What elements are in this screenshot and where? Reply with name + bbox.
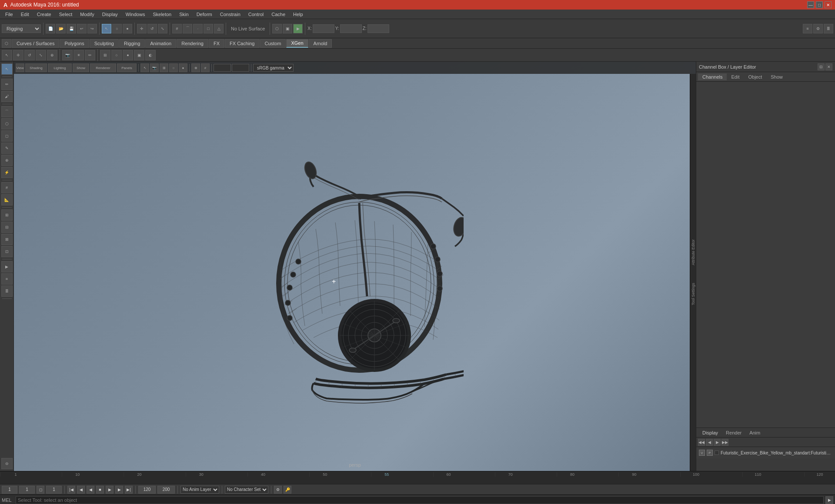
tab-xgen[interactable]: XGen xyxy=(286,39,308,48)
tool-display-mode-2[interactable]: ⊟ xyxy=(1,222,13,233)
menu-control[interactable]: Control xyxy=(245,11,267,18)
vp-select-mode[interactable]: ↖ xyxy=(140,63,149,72)
tool-settings-toggle[interactable]: ⚙ xyxy=(813,24,823,33)
tool-snap[interactable]: # xyxy=(1,182,13,193)
range-end-input2[interactable] xyxy=(157,486,175,494)
new-file-button[interactable]: 📄 xyxy=(46,24,55,33)
lasso-select-button[interactable]: ○ xyxy=(112,24,122,33)
tab-custom[interactable]: Custom xyxy=(260,39,286,48)
tool-bottom[interactable]: ⊖ xyxy=(1,458,13,469)
ch-tab-show[interactable]: Show xyxy=(766,73,787,80)
vp-renderer-menu[interactable]: Renderer xyxy=(90,63,116,72)
vp-panels-menu[interactable]: Panels xyxy=(117,63,137,72)
menu-deform[interactable]: Deform xyxy=(193,11,216,18)
ch-tab-channels[interactable]: Channels xyxy=(698,73,727,80)
minimize-button[interactable]: — xyxy=(807,1,814,8)
layer-visibility-btn[interactable]: V xyxy=(699,450,705,456)
tab-sculpting[interactable]: Sculpting xyxy=(90,39,119,48)
menu-edit[interactable]: Edit xyxy=(17,11,33,18)
right-panel-dock-btn[interactable]: ⊟ xyxy=(818,63,825,70)
tool-select[interactable]: ↖ xyxy=(1,63,13,75)
menu-help[interactable]: Help xyxy=(290,11,307,18)
save-file-button[interactable]: 💾 xyxy=(67,24,76,33)
tool-display-mode-1[interactable]: ⊞ xyxy=(1,209,13,221)
shelf-paint[interactable]: ✏ xyxy=(85,50,95,60)
render-region-button[interactable]: ▣ xyxy=(283,24,292,33)
maximize-button[interactable]: □ xyxy=(816,1,823,8)
vp-grid-btn[interactable]: # xyxy=(201,63,210,72)
render-options-button[interactable]: ⬡ xyxy=(272,24,282,33)
tool-misc-2[interactable]: ≣ xyxy=(1,285,13,297)
paint-select-button[interactable]: ● xyxy=(123,24,132,33)
frame-start-input[interactable] xyxy=(2,486,17,494)
attr-editor-toggle[interactable]: ≡ xyxy=(803,24,812,33)
shelf-smooth[interactable]: ○ xyxy=(111,50,122,60)
y-input[interactable] xyxy=(340,24,362,33)
snap-grid-button[interactable]: # xyxy=(172,24,182,33)
vp-lighting-menu[interactable]: Lighting xyxy=(48,63,72,72)
menu-windows[interactable]: Windows xyxy=(122,11,149,18)
tab-curves-surfaces[interactable]: Curves / Surfaces xyxy=(12,39,59,48)
right-panel-close-btn[interactable]: ✕ xyxy=(825,63,832,70)
tab-polygons[interactable]: Polygons xyxy=(60,39,89,48)
range-end-input1[interactable] xyxy=(138,486,156,494)
autokey-btn[interactable]: 🔑 xyxy=(284,486,291,494)
l-tab-anim[interactable]: Anim xyxy=(746,429,764,436)
vp-shading-menu[interactable]: Shading xyxy=(25,63,47,72)
vp-gamma-select[interactable]: sRGB gamma xyxy=(253,64,294,72)
redo-button[interactable]: ↪ xyxy=(87,24,97,33)
snap-live-button[interactable]: △ xyxy=(214,24,224,33)
menu-create[interactable]: Create xyxy=(33,11,55,18)
tool-misc-1[interactable]: ≡ xyxy=(1,273,13,285)
tool-render-preview[interactable]: ▶ xyxy=(1,261,13,272)
menu-file[interactable]: File xyxy=(2,11,17,18)
vp-smooth-btn[interactable]: ○ xyxy=(169,63,178,72)
vp-value1-input[interactable]: 0.00 xyxy=(214,64,231,72)
ch-tab-object[interactable]: Object xyxy=(744,73,766,80)
menu-modify[interactable]: Modify xyxy=(77,11,97,18)
tool-measure[interactable]: 📐 xyxy=(1,194,13,206)
char-set-btn[interactable]: ⚙ xyxy=(274,486,282,494)
tab-fx-caching[interactable]: FX Caching xyxy=(225,39,259,48)
snap-point-button[interactable]: · xyxy=(193,24,203,33)
open-file-button[interactable]: 📂 xyxy=(56,24,66,33)
frame-current-input[interactable] xyxy=(19,486,35,494)
shelf-camera[interactable]: 📷 xyxy=(62,50,73,60)
mel-input[interactable] xyxy=(16,496,824,504)
select-tool-button[interactable]: ↖ xyxy=(102,24,111,33)
snap-curve-button[interactable]: ⌒ xyxy=(183,24,192,33)
stop-btn[interactable]: ■ xyxy=(96,486,104,494)
render-button[interactable]: ▶ xyxy=(293,24,303,33)
shelf-solid[interactable]: ● xyxy=(123,50,133,60)
menu-select[interactable]: Select xyxy=(56,11,76,18)
tool-ik[interactable]: ⚡ xyxy=(1,167,13,178)
tool-paint[interactable]: ✏ xyxy=(1,79,13,90)
tab-fx[interactable]: FX xyxy=(209,39,224,48)
shelf-texture[interactable]: ▣ xyxy=(134,50,144,60)
vp-value2-input[interactable]: 1.00 xyxy=(232,64,249,72)
attr-editor-strip[interactable]: Attribute Editor xyxy=(691,239,695,265)
vp-wireframe-btn[interactable]: ⊞ xyxy=(160,63,168,72)
scale-tool-button[interactable]: ⤡ xyxy=(158,24,167,33)
close-button[interactable]: ✕ xyxy=(825,1,832,8)
mel-submit-btn[interactable]: ▶ xyxy=(825,496,833,504)
viewport[interactable]: View Shading Lighting Show Renderer Pane… xyxy=(14,62,696,471)
timeline[interactable]: 1 10 20 30 40 50 55 60 70 80 90 100 110 … xyxy=(0,471,835,484)
tab-rendering[interactable]: Rendering xyxy=(177,39,208,48)
move-tool-button[interactable]: ✛ xyxy=(137,24,147,33)
l-tab-render[interactable]: Render xyxy=(722,429,745,436)
tool-edit[interactable]: ✎ xyxy=(1,143,13,154)
character-set-select[interactable]: No Character Set xyxy=(225,486,268,494)
play-btn[interactable]: ▶ xyxy=(106,486,114,494)
vp-camera-btn[interactable]: 📷 xyxy=(150,63,159,72)
layer-name[interactable]: Futuristic_Exercise_Bike_Yellow_mb_stand… xyxy=(721,451,832,455)
next-frame-btn[interactable]: ▶ xyxy=(115,486,123,494)
tool-surface[interactable]: ⬡ xyxy=(1,118,13,129)
channel-box-toggle[interactable]: ≣ xyxy=(824,24,833,33)
ch-tab-edit[interactable]: Edit xyxy=(727,73,744,80)
prev-frame-btn[interactable]: ◀ xyxy=(77,486,85,494)
menu-skin[interactable]: Skin xyxy=(176,11,192,18)
shelf-light-mode[interactable]: ◐ xyxy=(145,50,156,60)
layer-prev-btn[interactable]: ◀◀ xyxy=(698,439,705,446)
menu-display[interactable]: Display xyxy=(99,11,121,18)
